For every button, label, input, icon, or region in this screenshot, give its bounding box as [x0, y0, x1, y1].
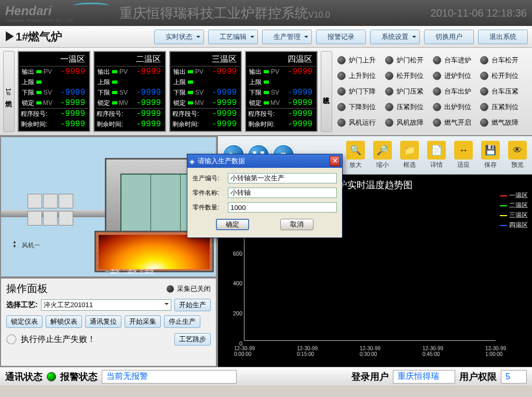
status-dot-icon [480, 87, 488, 96]
zone-2: 二温区 输出PV-9999 上限 下限SV-9999 锁定MV-9999 程序段… [93, 51, 166, 132]
menu-exit[interactable]: 退出系统 [478, 30, 528, 44]
status-dot-icon [337, 72, 346, 80]
fan-icon [10, 240, 19, 248]
op-button[interactable]: 停止生产 [164, 315, 200, 328]
tool-icon: 🔎 [373, 141, 392, 160]
status-dot-icon [337, 103, 346, 111]
status-dot-icon [385, 56, 393, 64]
prod-id-label: 生产编号: [193, 174, 225, 183]
mech-item: 压紧到位 [480, 100, 527, 114]
status-dot-icon [480, 118, 488, 127]
menu-production[interactable]: 生产管理 [262, 30, 312, 44]
dialog-icon: ◈ [189, 157, 195, 165]
spinner-icon [6, 334, 17, 345]
zone-3: 三温区 输出PV-9999 上限 下限SV-9999 锁定MV-9999 程序段… [169, 51, 242, 132]
tool-框选[interactable]: 📁框选 [396, 141, 423, 169]
zones-panel: 1#燃气炉 一温区 输出PV-9999 上限 下限SV-9999 锁定MV-99… [0, 48, 532, 136]
mech-item: 燃气故障 [480, 115, 527, 130]
tool-缩小[interactable]: 🔎缩小 [369, 141, 396, 169]
process-select-label: 选择工艺: [6, 300, 38, 310]
status-dot-icon [385, 72, 393, 80]
fan-label: 风机一 [22, 241, 40, 250]
mech-item: 炉门松开 [385, 53, 432, 68]
tool-icon: 📁 [400, 141, 419, 160]
tool-icon: 💾 [481, 141, 500, 160]
process-select-combo[interactable]: 淬火工艺201011 [41, 299, 171, 311]
tool-icon: 👁 [508, 141, 527, 160]
status-dot-icon [433, 56, 441, 64]
logo: Hendari HENDARI TECHNOLOGY CO., LTD [5, 4, 104, 23]
menu-alarm-log[interactable]: 报警记录 [316, 30, 366, 44]
zone-title: 一温区 [20, 53, 88, 67]
user-label: 登录用户 [351, 370, 389, 383]
menu-system-settings[interactable]: 系统设置 [370, 30, 420, 44]
dialog-ok-button[interactable]: 确定 [216, 219, 249, 230]
status-dot-icon [385, 103, 393, 111]
mech-item: 燃气开启 [433, 115, 480, 130]
part-name-input[interactable] [228, 188, 337, 198]
capture-status-label: 采集已关闭 [177, 284, 211, 294]
mech-item: 松开到位 [480, 69, 527, 83]
status-dot-icon [433, 72, 441, 80]
alarm-message: 当前无报警 [102, 370, 237, 383]
mech-item: 台车出炉 [433, 84, 480, 99]
menu-process-edit[interactable]: 工艺编辑 [208, 30, 258, 44]
operation-panel: 操作面板 采集已关闭 选择工艺: 淬火工艺201011 开始生产 锁定仪表解锁仪… [0, 277, 217, 367]
part-name-label: 零件名称: [193, 189, 225, 197]
app-title: 重庆恒得瑞科技工业炉群控系统V10.0 [119, 4, 430, 22]
fire-zone-labels: 一温区 二温区 三温区 [105, 268, 155, 275]
mech-item: 出炉到位 [433, 100, 480, 114]
dialog-titlebar[interactable]: ◈ 请输入生产数据 ✕ [187, 154, 342, 168]
op-button[interactable]: 通讯复位 [85, 315, 121, 328]
zone-4: 四温区 输出PV-9999 上限 下限SV-9999 锁定MV-9999 程序段… [245, 51, 318, 132]
production-data-dialog: ◈ 请输入生产数据 ✕ 生产编号: 零件名称: 零件数量: 确定 取消 [187, 154, 343, 238]
legend-item: 二温区 [500, 201, 528, 210]
mech-item: 台车松开 [480, 53, 527, 68]
mech-item: 炉门上升 [337, 53, 384, 68]
datetime: 2010-11-06 12:18:36 [430, 7, 527, 19]
tool-放大[interactable]: 🔍放大 [342, 141, 369, 169]
process-jump-button[interactable]: 工艺跳步 [174, 333, 211, 346]
menu-realtime[interactable]: 实时状态 [154, 30, 204, 44]
menu-bar: ▶1#燃气炉 实时状态 工艺编辑 生产管理 报警记录 系统设置 切换用户 退出系… [0, 26, 532, 48]
mech-item: 下降到位 [337, 100, 384, 114]
legend-item: 三温区 [500, 211, 528, 220]
mech-item: 台车进炉 [433, 53, 480, 68]
tool-icon: 📄 [427, 141, 446, 160]
status-dot-icon [433, 87, 441, 96]
status-dot-icon [480, 72, 488, 80]
status-dot-icon [337, 118, 346, 127]
furnace-graphic: 一温区 二温区 三温区 风机一 [0, 136, 217, 277]
user-value: 重庆恒得瑞 [393, 370, 455, 383]
status-dot-icon [433, 103, 441, 111]
zone-title: 四温区 [247, 53, 316, 67]
part-qty-input[interactable] [228, 202, 337, 213]
status-dot-icon [433, 118, 441, 127]
mech-item: 台车压紧 [480, 84, 527, 99]
dialog-cancel-button[interactable]: 取消 [280, 219, 313, 230]
tool-icon: 🔍 [346, 141, 365, 160]
start-production-button[interactable]: 开始生产 [174, 299, 211, 311]
tool-适应[interactable]: ↔适应 [450, 141, 477, 169]
mech-item: 炉门压紧 [385, 84, 432, 99]
current-furnace-label: ▶1#燃气炉 [4, 29, 150, 45]
mech-item: 风机故障 [385, 115, 432, 130]
tool-保存[interactable]: 💾保存 [477, 141, 504, 169]
dialog-close-button[interactable]: ✕ [330, 156, 340, 166]
zone-title: 二温区 [96, 53, 164, 67]
comm-status-label: 通讯状态 [5, 370, 43, 383]
mech-item: 压紧到位 [385, 100, 432, 114]
op-button[interactable]: 解锁仪表 [46, 315, 82, 328]
status-dot-icon [385, 87, 393, 96]
part-qty-label: 零件数量: [193, 203, 225, 212]
op-panel-title: 操作面板 [6, 282, 167, 296]
zone-title: 三温区 [171, 53, 240, 67]
op-button[interactable]: 锁定仪表 [6, 315, 43, 328]
mech-item: 炉门下降 [337, 84, 384, 99]
prod-id-input[interactable] [228, 173, 337, 183]
tool-详情[interactable]: 📄详情 [423, 141, 450, 169]
op-button[interactable]: 开始采集 [125, 315, 161, 328]
menu-switch-user[interactable]: 切换用户 [424, 30, 474, 44]
tool-预览[interactable]: 👁预览 [504, 141, 531, 169]
comm-status-dot [47, 372, 56, 381]
